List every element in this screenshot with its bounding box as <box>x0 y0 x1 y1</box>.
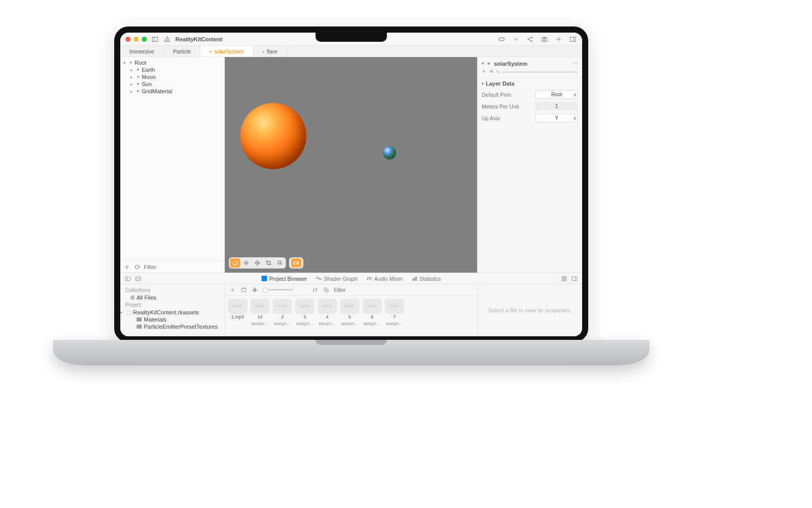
camera-icon[interactable] <box>540 35 548 43</box>
play-button[interactable] <box>482 69 487 75</box>
tab-immersive[interactable]: Immersive <box>120 46 164 57</box>
window-minimize[interactable] <box>134 37 139 42</box>
bottom-tab-label: Audio Mixer <box>374 276 402 282</box>
headset-preview-icon[interactable] <box>497 35 506 43</box>
inspector-section-layer-data[interactable]: ▾ Layer Data <box>478 78 582 89</box>
project-folder-materials[interactable]: Materials <box>120 316 224 323</box>
inspector-entity-header[interactable]: ▾ ✦ solarSystem ⋯ <box>478 57 582 68</box>
svg-rect-0 <box>152 37 158 41</box>
viewport-camera-menu[interactable] <box>289 257 303 269</box>
tab-particle[interactable]: Particle <box>164 46 200 57</box>
window-close[interactable] <box>125 37 130 42</box>
stop-button[interactable] <box>489 69 494 75</box>
import-button[interactable] <box>240 286 247 293</box>
file-thumb[interactable]: 5 манул… <box>340 299 359 333</box>
share-icon[interactable] <box>526 35 534 43</box>
sort-button[interactable] <box>311 286 319 293</box>
project-browser-grid[interactable]: 1.mp3 10 манул… 2 манул… <box>225 296 477 336</box>
inspector-toggle-icon[interactable] <box>569 35 577 43</box>
tree-item-moon[interactable]: ▸ ✦ Moon <box>120 73 224 81</box>
sidebar-toggle-icon[interactable] <box>151 35 159 43</box>
scene-object-earth[interactable] <box>383 146 396 159</box>
file-thumb[interactable]: 1.mp3 <box>228 299 247 333</box>
up-axis-dropdown[interactable]: Y ▴▾ <box>535 114 578 122</box>
file-thumb[interactable]: 2 манул… <box>273 299 292 333</box>
filter-options-button[interactable] <box>134 263 141 271</box>
bottom-tab-project-browser[interactable]: Project Browser <box>261 276 307 282</box>
bottom-tab-shader-graph[interactable]: Shader Graph <box>316 276 357 282</box>
disclosure-icon[interactable]: ▸ <box>130 75 135 79</box>
folder-icon <box>137 325 142 329</box>
tree-item-gridmaterial[interactable]: ▸ ✦ GridMaterial <box>120 88 224 95</box>
select-tool[interactable] <box>241 258 251 268</box>
outline-filter-input[interactable] <box>144 264 221 270</box>
bottom-tab-label: Shader Graph <box>324 276 357 282</box>
project-root-item[interactable]: ▾ ⬚ RealityKitContent.rkassets <box>120 309 224 316</box>
detail-view-icon[interactable] <box>571 275 578 282</box>
file-thumb[interactable]: 10 манул… <box>250 299 270 333</box>
filter-type-button[interactable] <box>323 286 330 293</box>
document-tabs: Immersive Particle • solarSystem • flare <box>120 46 582 57</box>
scale-tool[interactable] <box>264 258 274 268</box>
meters-per-unit-field[interactable]: 1 <box>535 102 578 111</box>
collapse-left-icon[interactable] <box>124 275 132 282</box>
svg-rect-15 <box>570 37 576 41</box>
disclosure-icon[interactable]: ▸ <box>130 89 135 94</box>
all-files-item[interactable]: All Files <box>120 294 224 301</box>
disclosure-icon[interactable]: ▸ <box>130 68 135 72</box>
connect-menu-icon[interactable] <box>512 35 520 43</box>
panel-layout-icon[interactable] <box>135 275 142 282</box>
tab-label: flare <box>267 48 277 55</box>
viewport-column <box>225 57 477 273</box>
loop-button[interactable]: ↻ <box>496 69 500 75</box>
file-name: 10 <box>257 315 263 320</box>
tab-flare[interactable]: • flare <box>253 46 287 57</box>
svg-rect-48 <box>414 278 415 281</box>
disclosure-icon[interactable]: ▸ <box>130 82 135 87</box>
file-sub: манул… <box>364 321 381 326</box>
file-thumb[interactable]: 4 манул… <box>318 299 337 333</box>
svg-point-3 <box>167 40 168 41</box>
atom-icon[interactable] <box>251 286 258 293</box>
file-sub: манул… <box>342 321 358 326</box>
add-icon[interactable] <box>555 35 563 43</box>
tab-solarsystem[interactable]: • solarSystem <box>200 46 253 57</box>
tree-item-sun[interactable]: ▸ ✦ Sun <box>120 81 224 88</box>
scene-object-sun[interactable] <box>240 103 306 169</box>
disclosure-icon[interactable]: ▾ <box>120 310 124 315</box>
bottom-tab-audio-mixer[interactable]: Audio Mixer <box>366 276 402 282</box>
move-tool[interactable] <box>252 258 263 268</box>
asset-icon: ⬚ <box>126 310 131 315</box>
add-entity-button[interactable] <box>123 263 130 271</box>
thumbnail-size-slider[interactable] <box>263 289 293 290</box>
file-thumb[interactable]: 7 манул… <box>385 299 404 333</box>
tree-label: Root <box>135 60 146 66</box>
inspector-more-icon[interactable]: ⋯ <box>572 60 578 67</box>
tree-item-earth[interactable]: ▸ ✦ Earth <box>120 66 224 73</box>
grid-view-icon[interactable] <box>561 275 568 282</box>
3d-viewport[interactable] <box>225 57 477 273</box>
svg-point-11 <box>543 39 545 41</box>
file-thumb[interactable]: 6 манул… <box>362 299 382 333</box>
default-prim-dropdown[interactable]: Root ▴▾ <box>535 90 578 99</box>
project-header: Project <box>120 301 224 309</box>
prop-value: 1 <box>555 103 558 109</box>
file-thumb[interactable]: 3 манул… <box>295 299 315 333</box>
disclosure-icon[interactable]: ▾ <box>123 61 127 65</box>
warning-icon[interactable] <box>163 35 171 43</box>
timeline-scrubber[interactable] <box>502 71 578 73</box>
zoom-tool[interactable] <box>275 258 285 268</box>
tree-root[interactable]: ▾ ✦ Root <box>120 59 224 66</box>
svg-rect-4 <box>499 38 505 40</box>
project-folder-particle-textures[interactable]: ParticleEmitterPresetTextures <box>120 323 224 330</box>
orbit-tool[interactable] <box>230 258 240 268</box>
bottom-tab-statistics[interactable]: Statistics <box>412 276 441 282</box>
disclosure-icon[interactable]: ▾ <box>482 61 484 66</box>
inspector-entity-name: solarSystem <box>494 61 527 67</box>
window-zoom[interactable] <box>142 37 147 42</box>
grid-icon <box>130 296 135 300</box>
file-name: 5 <box>348 315 351 320</box>
project-filter-input[interactable] <box>334 287 473 293</box>
add-file-button[interactable] <box>229 286 236 293</box>
disclosure-icon[interactable]: ▾ <box>482 82 484 86</box>
